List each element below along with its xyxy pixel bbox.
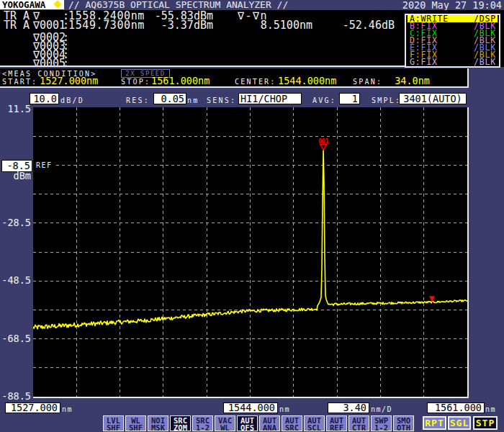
- trace-legend: A:WRITE /DSP B:FIX /BLK C:FIX /BLK D:FIX…: [405, 14, 500, 68]
- marker-wavelength: 1549.7300nm: [68, 21, 145, 30]
- app-title: // AQ6375B OPTICAL SPECTRUM ANALYZER //: [68, 0, 288, 10]
- marker-symbol: ∇0001: [33, 21, 66, 30]
- button-label: SHF: [129, 423, 143, 432]
- legend-trace-label: G:FIX: [410, 58, 438, 66]
- button-label: SRC: [285, 423, 299, 432]
- x-scale-unit: nm/D: [371, 405, 392, 413]
- marker-level: -3.37dBm: [141, 21, 213, 30]
- span-label: SPAN:: [353, 78, 382, 86]
- level-scale-unit: dB/D: [60, 96, 84, 104]
- colon: :: [63, 59, 69, 68]
- sensitivity-label: SENS:: [207, 96, 236, 104]
- x-stop-unit: nm: [485, 405, 496, 413]
- x-start-box: 1527.000: [5, 402, 60, 413]
- toolbar-button-wl-shf[interactable]: WLSHF: [125, 415, 146, 431]
- button-label: CTR: [352, 423, 366, 432]
- button-label: OFS: [240, 423, 254, 432]
- toolbar-button-noi-msk[interactable]: NOIMSK: [148, 415, 168, 431]
- info-panel-separator: [0, 66, 406, 67]
- button-label: SCL: [307, 423, 321, 432]
- level-scale-value[interactable]: 10.0: [30, 93, 59, 104]
- x-center-unit: nm: [279, 405, 290, 413]
- yokogawa-logo: YOKOGAWA: [0, 0, 64, 9]
- start-value: 1527.000nm: [40, 76, 98, 86]
- x-stop-box: 1561.000: [427, 402, 485, 413]
- resolution-value[interactable]: 0.05: [153, 93, 186, 104]
- y-axis-unit: dBm: [0, 171, 31, 181]
- yokogawa-logo-text: YOKOGAWA: [2, 0, 45, 9]
- spectrum-plot[interactable]: REF001: [33, 107, 469, 398]
- button-label: REF: [330, 423, 343, 432]
- sampling-label: SMPL:: [372, 96, 401, 104]
- toolbar-button-smo-oth[interactable]: SMOOTH: [393, 415, 414, 431]
- trace-label: TR A: [4, 21, 30, 30]
- center-label: CENTER:: [235, 78, 276, 86]
- spectrum-plot-svg: REF001: [33, 107, 467, 397]
- button-label: MSK: [151, 423, 165, 432]
- repeat-sweep-button[interactable]: RPT: [423, 416, 446, 430]
- button-label: OTH: [397, 423, 410, 432]
- scale-condition-row: 10.0 dB/D RES: 0.05 nm SENS: HI1/CHOP AV…: [0, 89, 504, 107]
- marker-diff-level: -52.46dB: [323, 21, 395, 30]
- toolbar-button-src-zom[interactable]: SRCZOM: [170, 415, 191, 431]
- average-value[interactable]: 1: [339, 93, 360, 104]
- y-axis-label: -28.5: [0, 218, 31, 228]
- resolution-label: RES:: [126, 96, 150, 104]
- marker-info-row: ∇0005 :: [0, 59, 403, 68]
- meas-condition-panel: <MEAS CONDITION> 2X SPEED START: 1527.00…: [0, 68, 469, 88]
- toolbar-button-aut-ofs[interactable]: AUTOFS: [237, 415, 258, 431]
- y-axis-label: -48.5: [0, 276, 31, 285]
- toolbar-button-aut-ref[interactable]: AUTREF: [326, 415, 347, 431]
- title-bar: YOKOGAWA // AQ6375B OPTICAL SPECTRUM ANA…: [0, 0, 504, 10]
- y-axis-label: -68.5: [0, 334, 31, 343]
- single-sweep-button[interactable]: SGL: [448, 416, 471, 430]
- marker-symbol: ∇0005: [33, 59, 66, 68]
- button-label: 1-2: [374, 423, 388, 432]
- sensitivity-value[interactable]: HI1/CHOP: [238, 93, 302, 104]
- svg-text:001: 001: [318, 138, 328, 145]
- osa-screen: YOKOGAWA // AQ6375B OPTICAL SPECTRUM ANA…: [0, 0, 504, 432]
- x-center-box: 1544.000: [223, 402, 278, 413]
- button-label: 1-2: [196, 423, 210, 432]
- x-scale-box: 3.40: [328, 402, 369, 413]
- y-axis-label: -88.5: [0, 392, 31, 401]
- start-label: START:: [2, 78, 37, 86]
- toolbar-button-aut-ana[interactable]: AUTANA: [259, 415, 280, 431]
- button-label: SHF: [107, 423, 120, 432]
- center-value: 1544.000nm: [278, 76, 336, 86]
- toolbar-button-aut-ctr[interactable]: AUTCTR: [348, 415, 369, 431]
- toolbar-button-aut-scl[interactable]: AUTSCL: [304, 415, 325, 431]
- span-value: 34.0nm: [382, 76, 430, 86]
- legend-row-trace-g[interactable]: G:FIX /BLK: [408, 58, 498, 66]
- x-start-unit: nm: [62, 405, 73, 413]
- stop-sweep-button[interactable]: STP: [473, 416, 498, 430]
- button-label: WL: [220, 423, 230, 432]
- datetime: 2020 May 27 19:04: [402, 0, 502, 10]
- yokogawa-diamond-icon: [53, 0, 61, 8]
- marker-diff-wavelength: 8.5100nm: [240, 21, 312, 30]
- button-label: ANA: [263, 423, 276, 432]
- legend-trace-mode: /BLK: [474, 58, 496, 66]
- svg-text:REF: REF: [36, 161, 53, 169]
- button-label: ZOM: [174, 423, 187, 432]
- stop-label: STOP:: [121, 78, 150, 86]
- toolbar-button-src-1-2[interactable]: SRC1-2: [192, 415, 213, 431]
- resolution-unit: nm: [187, 96, 199, 104]
- average-label: AVG:: [312, 96, 336, 104]
- toolbar-button-lvl-shf[interactable]: LVLSHF: [103, 415, 124, 431]
- marker-info-row: TR A ∇0001 : 1549.7300nm -3.37dBm 8.5100…: [0, 21, 403, 30]
- sampling-value[interactable]: 3401(AUTO): [399, 93, 467, 104]
- toolbar-button-aut-src[interactable]: AUTSRC: [282, 415, 302, 431]
- toolbar-button-swp-1-2[interactable]: SWP1-2: [371, 415, 392, 431]
- y-axis-label: 11.5: [0, 104, 31, 114]
- toolbar-button-vac-wl[interactable]: VACWL: [215, 415, 235, 431]
- stop-value: 1561.000nm: [151, 76, 210, 86]
